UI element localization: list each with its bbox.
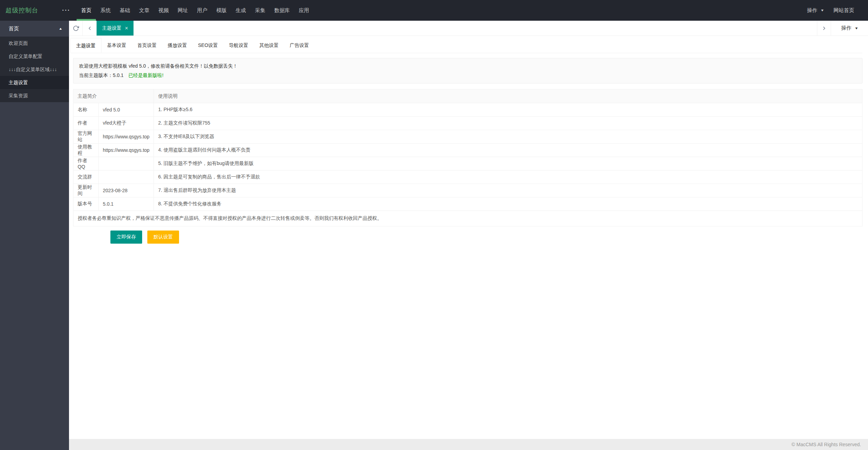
- row-value: https://www.qsgys.top: [99, 144, 154, 157]
- tab-actions-label: 操作: [841, 25, 851, 31]
- sidebar-item-welcome-page[interactable]: 欢迎页面: [0, 37, 69, 50]
- topbar-right: 操作 ▼ 网站首页: [807, 0, 868, 21]
- notice-line-2: 当前主题版本：5.0.1 已经是最新版啦!: [79, 71, 857, 80]
- page-tab-bar: 主题设置 × 操作 ▼: [69, 21, 868, 36]
- row-value: [99, 170, 154, 184]
- row-note: 1. PHP版本≥5.6: [154, 103, 862, 117]
- tab-scroll-left-icon[interactable]: [83, 21, 97, 36]
- row-note: 4. 使用盗版主题遇到任何问题本人概不负责: [154, 144, 862, 157]
- topnav-label: 视频: [158, 7, 169, 14]
- topnav-label: 采集: [255, 7, 265, 14]
- row-label: 版本号: [73, 197, 99, 211]
- row-value: [99, 157, 154, 170]
- theme-info-table: 主题简介 使用说明 名称 vfed 5.0 1. PHP版本≥5.6 作者 vf…: [73, 89, 862, 226]
- table-row: 官方网站 https://www.qsgys.top 3. 不支持IE8及以下浏…: [73, 130, 862, 144]
- chevron-down-icon: ▼: [820, 9, 825, 12]
- topnav-item-video[interactable]: 视频: [154, 0, 173, 21]
- page-tab-label: 主题设置: [102, 25, 121, 31]
- ellipsis-menu-icon[interactable]: ···: [59, 0, 74, 21]
- topnav-item-database[interactable]: 数据库: [270, 0, 294, 21]
- topnav-label: 数据库: [274, 7, 290, 14]
- topnav-label: 用户: [197, 7, 207, 14]
- topnav-label: 模版: [216, 7, 227, 14]
- row-value: 5.0.1: [99, 197, 154, 211]
- table-row: 名称 vfed 5.0 1. PHP版本≥5.6: [73, 103, 862, 117]
- topnav-item-system[interactable]: 系统: [96, 0, 115, 21]
- topnav-item-website[interactable]: 网址: [173, 0, 193, 21]
- sidebar-item-custom-menu-config[interactable]: 自定义菜单配置: [0, 50, 69, 63]
- settings-tabs: 主题设置 基本设置 首页设置 播放设置 SEO设置 导航设置 其他设置 广告设置: [70, 38, 862, 53]
- row-value: https://www.qsgys.top: [99, 130, 154, 144]
- sidebar-group-home[interactable]: 首页 ▲: [0, 21, 69, 37]
- row-note: 2. 主题文件读写权限755: [154, 117, 862, 130]
- column-header-usage: 使用说明: [154, 89, 862, 103]
- row-note: 6. 因主题是可复制的商品，售出后一律不予退款: [154, 170, 862, 184]
- latest-version-badge: 已经是最新版啦!: [128, 72, 164, 78]
- tab-other-settings[interactable]: 其他设置: [254, 38, 284, 53]
- topnav-label: 首页: [81, 7, 91, 14]
- topnav-item-article[interactable]: 文章: [135, 0, 154, 21]
- topnav-item-basic[interactable]: 基础: [115, 0, 135, 21]
- page-tab-spacer: [134, 21, 817, 36]
- notice-line-1: 欢迎使用大橙影视模板 vfed 5.0，修改前请备份相关文件！以免数据丢失！: [79, 61, 857, 71]
- chevron-up-icon: ▲: [59, 27, 63, 30]
- tab-basic-settings[interactable]: 基本设置: [101, 38, 132, 53]
- row-note: 8. 不提供免费个性化修改服务: [154, 197, 862, 211]
- topbar: 超级控制台 ··· 首页 系统 基础 文章 视频 网址 用户 模版 生成 采集 …: [0, 0, 868, 21]
- sidebar-item-collect-resources[interactable]: 采集资源: [0, 89, 69, 102]
- table-header-row: 主题简介 使用说明: [73, 89, 862, 103]
- tab-theme-settings[interactable]: 主题设置: [70, 38, 101, 53]
- topnav-label: 应用: [299, 7, 309, 14]
- topbar-action-dropdown[interactable]: 操作 ▼: [807, 7, 824, 14]
- sidebar-item-theme-settings[interactable]: 主题设置: [0, 76, 69, 89]
- topnav-item-app[interactable]: 应用: [294, 0, 314, 21]
- tab-player-settings[interactable]: 播放设置: [162, 38, 193, 53]
- row-label: 作者QQ: [73, 157, 99, 170]
- topbar-action-label: 操作: [807, 7, 817, 14]
- top-navigation: 首页 系统 基础 文章 视频 网址 用户 模版 生成 采集 数据库 应用: [77, 0, 314, 21]
- table-row: 使用教程 https://www.qsgys.top 4. 使用盗版主题遇到任何…: [73, 144, 862, 157]
- topnav-label: 文章: [139, 7, 149, 14]
- row-note: 3. 不支持IE8及以下浏览器: [154, 130, 862, 144]
- row-value: 2023-08-28: [99, 184, 154, 197]
- tab-scroll-right-icon[interactable]: [817, 21, 831, 36]
- topnav-item-generate[interactable]: 生成: [231, 0, 250, 21]
- topnav-item-template[interactable]: 模版: [212, 0, 231, 21]
- site-home-link[interactable]: 网站首页: [834, 7, 854, 14]
- table-row: 作者 vfed大橙子 2. 主题文件读写权限755: [73, 117, 862, 130]
- close-icon[interactable]: ×: [125, 25, 128, 31]
- refresh-icon[interactable]: [69, 21, 83, 36]
- row-label: 作者: [73, 117, 99, 130]
- row-label: 交流群: [73, 170, 99, 184]
- license-row: 授权者务必尊重知识产权，严格保证不恶意传播产品源码、不得直接对授权的产品本身进行…: [73, 211, 862, 226]
- default-settings-button[interactable]: 默认设置: [147, 231, 179, 244]
- save-button[interactable]: 立即保存: [110, 231, 142, 244]
- row-note: 5. 旧版主题不予维护，如有bug请使用最新版: [154, 157, 862, 170]
- chevron-down-icon: ▼: [855, 27, 859, 30]
- row-label: 更新时间: [73, 184, 99, 197]
- tab-homepage-settings[interactable]: 首页设置: [132, 38, 162, 53]
- row-label: 名称: [73, 103, 99, 117]
- copyright-text: © MacCMS All Rights Reserved.: [791, 442, 861, 447]
- admin-console: 超级控制台 ··· 首页 系统 基础 文章 视频 网址 用户 模版 生成 采集 …: [0, 0, 868, 450]
- row-value: vfed大橙子: [99, 117, 154, 130]
- sidebar-item-custom-menu-area[interactable]: ↓↓↓自定义菜单区域↓↓↓: [0, 63, 69, 76]
- topnav-label: 网址: [178, 7, 188, 14]
- topnav-item-collect[interactable]: 采集: [250, 0, 270, 21]
- main-area: 主题设置 × 操作 ▼ 主题设置 基本设置 首页设置 播放设置 SEO设置 导航…: [69, 21, 868, 450]
- topnav-item-home[interactable]: 首页: [77, 0, 96, 21]
- tab-nav-settings[interactable]: 导航设置: [224, 38, 254, 53]
- topnav-label: 系统: [100, 7, 111, 14]
- sidebar-menu: 欢迎页面 自定义菜单配置 ↓↓↓自定义菜单区域↓↓↓ 主题设置 采集资源: [0, 37, 69, 102]
- notice-box: 欢迎使用大橙影视模板 vfed 5.0，修改前请备份相关文件！以免数据丢失！ 当…: [73, 58, 862, 84]
- footer: © MacCMS All Rights Reserved.: [69, 439, 868, 450]
- topnav-item-user[interactable]: 用户: [193, 0, 212, 21]
- table-row: 版本号 5.0.1 8. 不提供免费个性化修改服务: [73, 197, 862, 211]
- row-label: 使用教程: [73, 144, 99, 157]
- tab-seo-settings[interactable]: SEO设置: [193, 38, 224, 53]
- tab-ad-settings[interactable]: 广告设置: [284, 38, 315, 53]
- theme-version-text: 当前主题版本：5.0.1: [79, 72, 124, 78]
- table-row: 作者QQ 5. 旧版主题不予维护，如有bug请使用最新版: [73, 157, 862, 170]
- tab-actions-dropdown[interactable]: 操作 ▼: [831, 21, 868, 36]
- page-tab-theme-settings[interactable]: 主题设置 ×: [97, 21, 134, 36]
